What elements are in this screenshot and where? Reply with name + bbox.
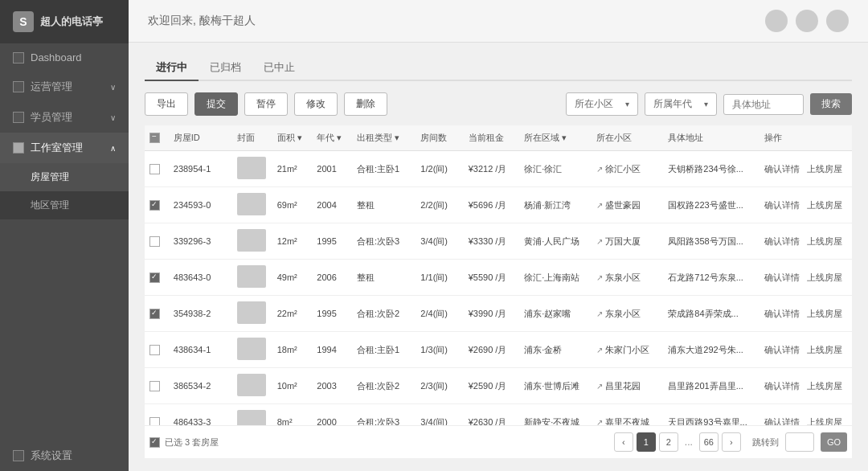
generation-filter[interactable]: 所属年代 ▾ [645, 92, 717, 116]
col-header-community: 所在小区 [592, 125, 663, 151]
tab-active[interactable]: 进行中 [145, 55, 199, 81]
online-room-link[interactable]: 上线房屋 [807, 164, 842, 174]
row-checkbox[interactable] [149, 417, 160, 425]
row-checkbox[interactable] [149, 272, 160, 283]
region-cell: 浦东·金桥 [519, 332, 592, 368]
address-cell: 天目西路93号嘉里... [663, 404, 760, 426]
tab-archived[interactable]: 已归档 [199, 55, 252, 81]
pagination-prev[interactable]: ‹ [614, 432, 633, 452]
region-cell: 杨浦·新江湾 [519, 187, 592, 223]
row-checkbox[interactable] [149, 164, 160, 174]
delete-button[interactable]: 删除 [344, 92, 387, 116]
rent-type-cell: 合租:次卧3 [352, 223, 416, 260]
header-icon-btn-2[interactable] [796, 10, 818, 32]
pagination-page-1[interactable]: 1 [637, 432, 656, 452]
row-checkbox[interactable] [149, 345, 160, 355]
checkbox-dashboard [13, 52, 24, 63]
jump-label: 跳转到 [752, 436, 779, 448]
online-room-link[interactable]: 上线房屋 [807, 272, 842, 282]
header-icon-btn-1[interactable] [765, 10, 788, 32]
sidebar-logo: S 超人的电话亭 [0, 0, 129, 43]
online-room-link[interactable]: 上线房屋 [807, 345, 842, 354]
area-cell: 22m² [272, 296, 313, 332]
submit-button[interactable]: 提交 [194, 92, 238, 116]
main-content: 欢迎回来, 酸梅干超人 进行中 已归档 已中止 导出 提交 暂停 修改 删除 [129, 0, 868, 471]
confirm-detail-link[interactable]: 确认详情 [764, 345, 800, 354]
rent-type-cell: 合租:次卧3 [352, 404, 416, 426]
area-cell: 12m² [272, 223, 313, 260]
export-button[interactable]: 导出 [145, 92, 188, 116]
sidebar-item-room-mgmt[interactable]: 房屋管理 [0, 163, 129, 191]
online-room-link[interactable]: 上线房屋 [807, 417, 842, 426]
action-cell: 确认详情 上线房屋 [760, 368, 852, 404]
region-cell: 徐汇·徐汇 [519, 151, 592, 187]
edit-button[interactable]: 修改 [294, 92, 338, 116]
table-body: 238954-1 21m² 2001 合租:主卧1 1/2(间) ¥3212 /… [145, 151, 852, 426]
region-cell: 浦东·赵家嘴 [519, 296, 592, 332]
district-filter[interactable]: 所在小区 ▾ [566, 92, 638, 116]
sidebar-item-area-mgmt[interactable]: 地区管理 [0, 191, 129, 219]
header-icon-btn-3[interactable] [826, 10, 849, 32]
table-footer: 已选 3 套房屋 ‹ 1 2 ... 66 › 跳转到 GO [145, 425, 852, 458]
online-room-link[interactable]: 上线房屋 [807, 236, 842, 246]
jump-button[interactable]: GO [821, 432, 847, 452]
community-cell: ↗ 盛世豪园 [592, 187, 663, 223]
rent-cell: ¥3990 /月 [464, 296, 520, 332]
col-header-rent-type: 出租类型 ▾ [352, 125, 416, 151]
sidebar-item-operations[interactable]: 运营管理 ∨ [0, 72, 129, 102]
cover-cell [232, 223, 272, 260]
header-icons [765, 10, 849, 32]
sidebar-item-workspace[interactable]: 工作室管理 ∧ [0, 133, 129, 163]
checkbox-system [13, 450, 24, 461]
pause-button[interactable]: 暂停 [244, 92, 288, 116]
confirm-detail-link[interactable]: 确认详情 [764, 164, 800, 174]
confirm-detail-link[interactable]: 确认详情 [764, 309, 800, 318]
logo-icon: S [13, 11, 34, 32]
room-thumbnail [237, 265, 266, 288]
address-input[interactable] [723, 94, 804, 115]
row-check-cell [145, 187, 169, 223]
pagination-page-last[interactable]: 66 [699, 432, 719, 452]
table-row: 386534-2 10m² 2003 合租:次卧2 2/3(间) ¥2590 /… [145, 368, 852, 404]
confirm-detail-link[interactable]: 确认详情 [764, 236, 800, 246]
rent-cell: ¥2690 /月 [464, 332, 520, 368]
year-cell: 2001 [312, 151, 352, 187]
room-thumbnail [237, 193, 266, 215]
header-checkbox[interactable] [149, 133, 160, 143]
room-id-cell: 238954-1 [169, 151, 232, 187]
room-thumbnail [237, 374, 266, 396]
col-header-cover: 封面 [232, 125, 272, 151]
table-header-row: 房屋ID 封面 面积 ▾ 年代 ▾ 出租类型 ▾ 房间数 当前租金 所在区域 ▾… [145, 125, 852, 151]
confirm-detail-link[interactable]: 确认详情 [764, 200, 800, 210]
tab-stopped[interactable]: 已中止 [252, 55, 306, 81]
row-checkbox[interactable] [149, 236, 160, 247]
row-check-cell [145, 368, 169, 404]
row-checkbox[interactable] [149, 200, 160, 211]
search-button[interactable]: 搜索 [810, 93, 852, 115]
row-check-cell [145, 332, 169, 368]
confirm-detail-link[interactable]: 确认详情 [764, 381, 800, 391]
sidebar-item-members[interactable]: 学员管理 ∨ [0, 102, 129, 133]
address-cell: 浦东大道292号朱... [663, 332, 760, 368]
jump-input[interactable] [785, 432, 814, 452]
online-room-link[interactable]: 上线房屋 [807, 381, 842, 391]
online-room-link[interactable]: 上线房屋 [807, 200, 842, 210]
sidebar-item-system[interactable]: 系统设置 [0, 440, 129, 471]
tab-bar: 进行中 已归档 已中止 [145, 55, 852, 81]
row-checkbox[interactable] [149, 309, 160, 319]
room-thumbnail [237, 229, 266, 252]
sidebar-item-dashboard[interactable]: Dashboard [0, 43, 129, 72]
pagination-next[interactable]: › [722, 432, 741, 452]
row-check-cell [145, 296, 169, 332]
address-cell: 昌里路201弄昌里... [663, 368, 760, 404]
room-thumbnail [237, 410, 266, 425]
rent-cell: ¥2630 /月 [464, 404, 520, 426]
confirm-detail-link[interactable]: 确认详情 [764, 417, 800, 426]
confirm-detail-link[interactable]: 确认详情 [764, 272, 800, 282]
room-table: 房屋ID 封面 面积 ▾ 年代 ▾ 出租类型 ▾ 房间数 当前租金 所在区域 ▾… [145, 125, 852, 425]
footer-checkbox[interactable] [149, 437, 160, 448]
checkbox-workspace [13, 142, 24, 154]
row-checkbox[interactable] [149, 381, 160, 391]
online-room-link[interactable]: 上线房屋 [807, 309, 842, 318]
pagination-page-2[interactable]: 2 [659, 432, 678, 452]
